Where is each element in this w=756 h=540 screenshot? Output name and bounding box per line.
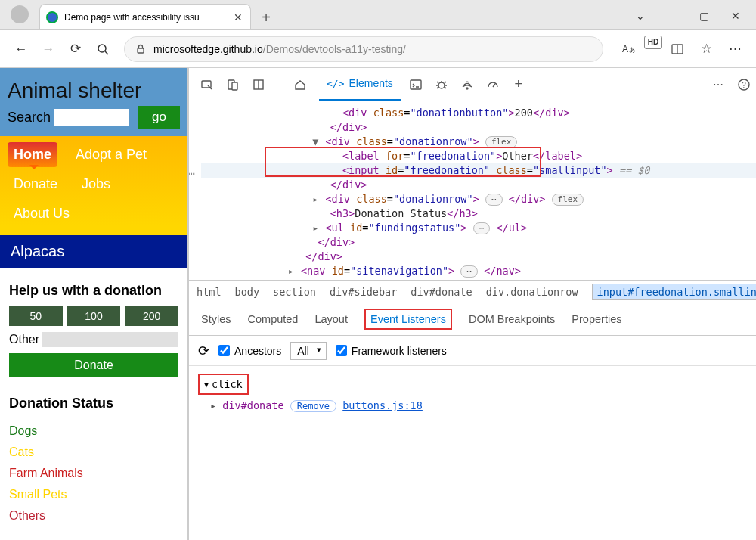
maximize-icon[interactable]: ▢ <box>699 10 709 22</box>
svg-line-2 <box>105 51 108 54</box>
donation-amount-200[interactable]: 200 <box>125 306 178 326</box>
nav-home[interactable]: Home <box>8 142 57 167</box>
status-item[interactable]: Small Pets <box>9 484 178 505</box>
devtools-more-icon[interactable]: ⋯ <box>708 74 729 95</box>
device-toggle-icon[interactable] <box>222 74 243 95</box>
address-bar[interactable]: microsoftedge.github.io/Demos/devtools-a… <box>124 36 603 62</box>
nav-donate[interactable]: Donate <box>8 172 64 197</box>
nav-about[interactable]: About Us <box>8 201 76 226</box>
gutter-ellipsis[interactable]: ⋯ <box>189 166 196 181</box>
performance-icon[interactable] <box>482 74 503 95</box>
remove-listener-button[interactable]: Remove <box>290 400 336 412</box>
scope-select[interactable]: All <box>290 342 327 360</box>
dom-breadcrumbs[interactable]: html body section div#sidebar div#donate… <box>189 280 756 303</box>
crumb-donate[interactable]: div#donate <box>411 286 472 298</box>
titlebar: Demo page with accessibility issu ✕ + ⌄ … <box>0 0 756 30</box>
bug-icon[interactable] <box>431 74 452 95</box>
subtab-dom-breakpoints[interactable]: DOM Breakpoints <box>469 313 555 325</box>
status-item[interactable]: Cats <box>9 442 178 463</box>
subtab-event-listeners[interactable]: Event Listeners <box>364 309 452 330</box>
crumb-sidebar[interactable]: div#sidebar <box>330 286 397 298</box>
subtab-computed[interactable]: Computed <box>248 313 299 325</box>
status-item[interactable]: Others <box>9 505 178 526</box>
add-tab-icon[interactable]: + <box>508 74 529 95</box>
status-item[interactable]: Farm Animals <box>9 463 178 484</box>
forward-button: → <box>35 36 62 63</box>
subtab-properties[interactable]: Properties <box>572 313 621 325</box>
edge-icon <box>46 11 58 23</box>
subtab-layout[interactable]: Layout <box>314 313 348 325</box>
listener-target[interactable]: div#donate <box>222 399 284 411</box>
devtools-tabbar: </> Elements + ⋯ ? ✕ <box>189 68 756 101</box>
crumb-section[interactable]: section <box>273 286 316 298</box>
crumb-donationrow[interactable]: div.donationrow <box>486 286 578 298</box>
new-tab-button[interactable]: + <box>254 9 278 26</box>
svg-point-1 <box>98 45 106 52</box>
search-input[interactable] <box>54 109 129 126</box>
crumb-html[interactable]: html <box>197 286 222 298</box>
browser-tab[interactable]: Demo page with accessibility issu ✕ <box>39 4 251 29</box>
help-icon[interactable]: ? <box>733 74 754 95</box>
crumb-body[interactable]: body <box>235 286 260 298</box>
framework-checkbox[interactable]: Framework listeners <box>336 345 447 357</box>
donation-amount-100[interactable]: 100 <box>67 306 121 326</box>
devtools-tab-elements[interactable]: </> Elements <box>319 68 401 101</box>
chevron-down-icon[interactable]: ⌄ <box>635 10 646 22</box>
ancestors-checkbox[interactable]: Ancestors <box>218 345 281 357</box>
network-icon[interactable] <box>457 74 478 95</box>
crumb-selected[interactable]: input#freedonation.smallinput <box>592 284 756 300</box>
close-tab-icon[interactable]: ✕ <box>234 11 243 23</box>
collapse-arrow-icon[interactable]: ▸ <box>210 399 216 411</box>
svg-point-12 <box>438 82 445 88</box>
site-title: Animal shelter <box>8 79 180 103</box>
refresh-listeners-icon[interactable]: ⟳ <box>198 343 209 359</box>
nav-jobs[interactable]: Jobs <box>76 172 116 197</box>
minimize-icon[interactable]: — <box>667 10 677 22</box>
listeners-toolbar: ⟳ Ancestors All Framework listeners <box>189 336 756 366</box>
subtab-styles[interactable]: Styles <box>201 313 231 325</box>
alpacas-banner[interactable]: Alpacas <box>0 235 187 268</box>
svg-rect-3 <box>138 48 144 53</box>
donation-amount-50[interactable]: 50 <box>9 306 63 326</box>
code-icon: </> <box>327 78 344 89</box>
svg-text:?: ? <box>742 81 746 89</box>
reader-icon[interactable] <box>664 36 691 63</box>
donate-button[interactable]: Donate <box>9 353 178 377</box>
site-nav: Home Adopt a Pet Donate Jobs About Us <box>0 136 187 235</box>
expand-arrow-icon: ▼ <box>204 380 209 389</box>
hd-icon[interactable]: HD <box>644 36 662 49</box>
url-host: microsoftedge.github.io <box>153 43 263 55</box>
other-label: Other <box>9 333 39 346</box>
close-window-icon[interactable]: ✕ <box>730 10 741 22</box>
svg-rect-11 <box>411 80 421 89</box>
more-icon[interactable]: ⋯ <box>721 36 748 63</box>
console-icon[interactable] <box>405 74 426 95</box>
event-click-header[interactable]: ▼ click <box>198 374 249 395</box>
tab-elements-label: Elements <box>349 77 393 89</box>
nav-adopt[interactable]: Adopt a Pet <box>70 142 153 167</box>
dom-tree[interactable]: ⋯ <div class="donationbutton">200</div> … <box>189 101 756 280</box>
svg-line-14 <box>493 84 495 87</box>
other-amount-input[interactable] <box>42 332 178 347</box>
svg-point-0 <box>47 12 57 23</box>
url-path: /Demos/devtools-a11y-testing/ <box>263 43 406 55</box>
event-listeners-list: ▼ click ▸ div#donate Remove buttons.js:1… <box>189 366 756 420</box>
profile-icon[interactable] <box>11 5 29 23</box>
dock-side-icon[interactable] <box>248 74 269 95</box>
search-icon[interactable] <box>89 36 116 63</box>
status-item[interactable]: Dogs <box>9 421 178 442</box>
inspect-element-icon[interactable] <box>197 74 218 95</box>
refresh-button[interactable]: ⟳ <box>62 36 89 63</box>
go-button[interactable]: go <box>138 106 180 129</box>
devtools-panel: </> Elements + ⋯ ? ✕ ⋯ <div class="donat… <box>189 68 756 540</box>
listener-source-link[interactable]: buttons.js:18 <box>342 399 423 411</box>
devtools-tab-home[interactable] <box>286 68 314 101</box>
site-header: Animal shelter Search go <box>0 68 187 136</box>
translate-icon[interactable]: Aぁ <box>615 36 643 63</box>
favorite-icon[interactable]: ☆ <box>692 36 720 63</box>
search-label: Search <box>8 110 51 126</box>
svg-point-13 <box>466 88 468 89</box>
back-button[interactable]: ← <box>8 36 35 63</box>
donation-title: Help us with a donation <box>9 283 178 299</box>
lock-icon <box>135 44 146 54</box>
